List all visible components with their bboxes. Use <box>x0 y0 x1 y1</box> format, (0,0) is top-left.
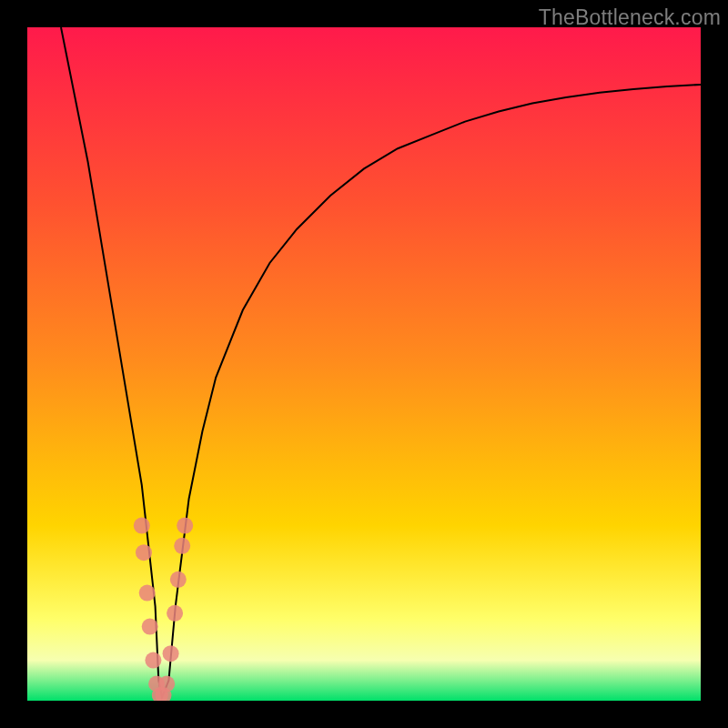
data-marker <box>167 605 183 622</box>
gradient-background <box>27 27 701 701</box>
data-marker <box>134 518 150 534</box>
chart-frame: TheBottleneck.com <box>0 0 728 728</box>
data-marker <box>177 518 193 534</box>
data-marker <box>163 645 179 662</box>
data-marker <box>170 571 187 588</box>
bottleneck-chart <box>27 27 701 701</box>
watermark-text: TheBottleneck.com <box>539 5 721 30</box>
data-marker <box>158 676 175 693</box>
data-marker <box>174 538 190 554</box>
plot-area <box>27 27 701 701</box>
data-marker <box>145 652 161 669</box>
data-marker <box>142 619 158 635</box>
data-marker <box>136 544 152 561</box>
data-marker <box>139 585 156 602</box>
